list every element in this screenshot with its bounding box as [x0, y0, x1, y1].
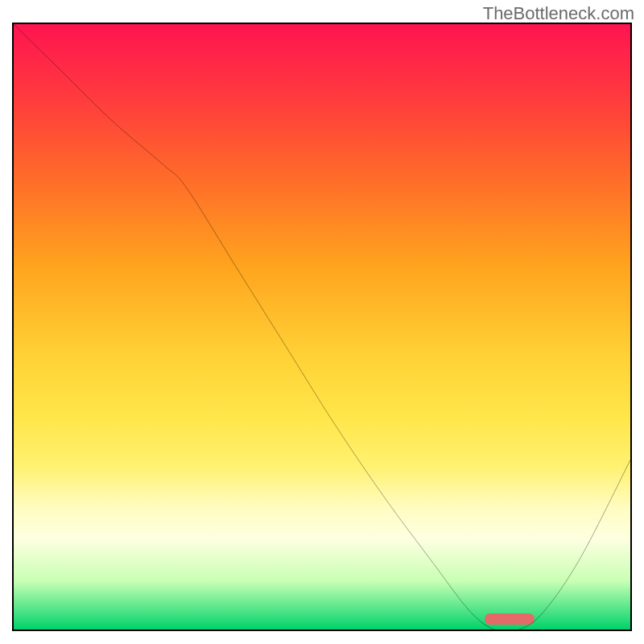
plot-area: [12, 23, 632, 631]
watermark-text: TheBottleneck.com: [483, 3, 634, 24]
chart-canvas: TheBottleneck.com: [0, 0, 644, 644]
bottleneck-curve: [14, 24, 630, 630]
